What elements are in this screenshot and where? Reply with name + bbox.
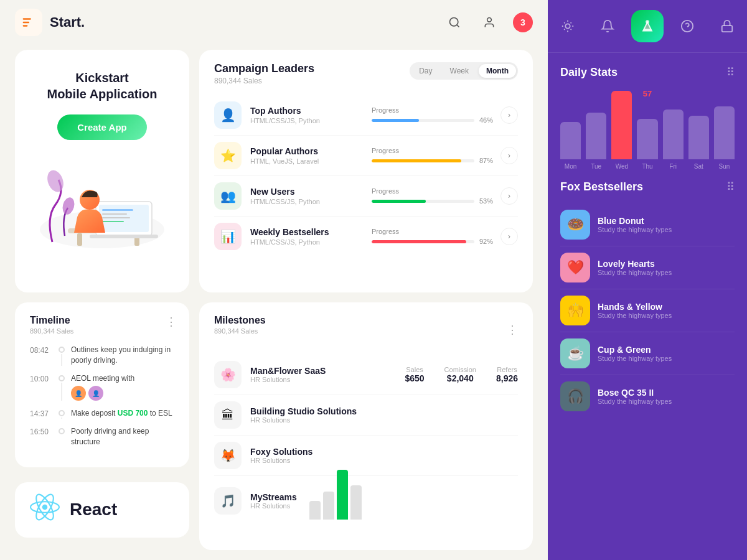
tab-week[interactable]: Week <box>443 64 476 78</box>
search-icon[interactable] <box>443 11 466 34</box>
svg-point-25 <box>646 20 649 24</box>
chart-bar <box>663 110 684 159</box>
leader-name: Top Authors <box>250 106 372 116</box>
nav-icon-0[interactable] <box>552 10 584 42</box>
leader-chevron[interactable]: › <box>500 106 518 124</box>
tab-month[interactable]: Month <box>479 64 516 78</box>
stat-commission: Comission $2,040 <box>444 366 476 383</box>
milestone-sub: HR Solutions <box>250 457 312 464</box>
milestones-more-icon[interactable]: ⋮ <box>507 323 518 337</box>
tab-day[interactable]: Day <box>411 64 439 78</box>
daily-stats-more[interactable]: ⠿ <box>726 65 735 79</box>
milestone-info: Foxy Solutions HR Solutions <box>250 447 312 464</box>
daily-stats-header: Daily Stats ⠿ <box>560 65 735 79</box>
svg-rect-15 <box>102 213 127 215</box>
timeline-item: 08:42 Outlines keep you indulging in poo… <box>30 345 174 366</box>
sidebar-nav <box>548 0 747 53</box>
chart-bar <box>688 116 709 159</box>
chart-col: Sun <box>714 106 735 170</box>
leader-chevron[interactable]: › <box>500 228 518 245</box>
stat-refers: Refers 8,926 <box>496 366 518 383</box>
timeline-content: Make deposit USD 700 to ESL <box>71 408 172 419</box>
milestones-card: Milestones 890,344 Sales ⋮ 🌸 Man&Flower … <box>199 302 533 550</box>
svg-rect-28 <box>722 26 733 32</box>
chart-bar <box>323 492 334 520</box>
timeline-card: Timeline 890,344 Sales ⋮ 08:42 Outlines … <box>15 302 189 467</box>
stat-value: 8,926 <box>496 373 518 383</box>
leader-progress: Progress 87% <box>372 147 493 164</box>
bestseller-thumb: ❤️ <box>560 253 590 282</box>
bestsellers-list: 🍩 Blue Donut Study the highway types ❤️ … <box>560 203 735 418</box>
bestseller-thumb: 🙌 <box>560 296 590 325</box>
campaign-title: Campaign Leaders <box>214 62 314 75</box>
campaign-card: Campaign Leaders 890,344 Sales DayWeekMo… <box>199 50 533 292</box>
daily-stats-title: Daily Stats <box>560 66 618 79</box>
chart-bar <box>714 106 735 159</box>
chart-bar <box>586 113 606 159</box>
nav-icon-1[interactable] <box>591 10 624 42</box>
milestone-icon: 🦊 <box>214 442 242 469</box>
bestseller-item: 🎧 Bose QC 35 II Study the highway types <box>560 375 735 418</box>
svg-rect-14 <box>102 209 133 211</box>
chart-col: Fri <box>663 110 684 170</box>
bestseller-thumb: 🍩 <box>560 210 590 240</box>
content-grid: Kickstart Mobile Application Create App <box>0 45 548 560</box>
leader-progress: Progress 46% <box>372 106 493 124</box>
milestone-name: MyStreams <box>250 492 297 502</box>
campaign-header: Campaign Leaders 890,344 Sales DayWeekMo… <box>214 62 518 85</box>
chart-col: Thu <box>637 119 657 170</box>
nav-icon-4[interactable] <box>711 10 743 42</box>
milestone-info: Man&Flower SaaS HR Solutions <box>250 366 326 383</box>
chart-day-label: Sat <box>694 163 703 170</box>
progress-bar-wrap: 46% <box>372 116 493 124</box>
daily-chart: 57 Mon Tue Wed Thu Fri Sat Sun <box>560 89 735 170</box>
nav-icon-3[interactable] <box>671 10 703 42</box>
chart-bar <box>309 501 321 520</box>
react-logo <box>30 492 60 528</box>
bestseller-item: 🙌 Hands & Yellow Study the highway types <box>560 289 735 332</box>
react-label: React <box>70 500 117 520</box>
kickstart-title: Kickstart Mobile Application <box>47 70 157 102</box>
bestseller-sub: Study the highway types <box>598 312 672 319</box>
chart-day-label: Thu <box>642 163 652 170</box>
milestone-sub: HR Solutions <box>250 502 297 510</box>
stat-label: Refers <box>496 366 518 373</box>
bestseller-sub: Study the highway types <box>598 269 672 276</box>
bestsellers-header: Fox Bestsellers ⠿ <box>560 180 735 194</box>
leader-tech: HTML/CSS/JS, Python <box>250 117 372 124</box>
nav-icon-2[interactable] <box>631 10 664 42</box>
timeline-title: Timeline <box>30 315 174 326</box>
bestseller-info: Cup & Green Study the highway types <box>598 345 672 362</box>
notification-badge[interactable]: 3 <box>513 12 533 32</box>
progress-bar-fill <box>372 200 426 203</box>
timeline-dot <box>59 428 65 434</box>
leader-progress: Progress 53% <box>372 187 493 205</box>
progress-bar-bg <box>372 159 474 162</box>
bestseller-item: 🍩 Blue Donut Study the highway types <box>560 203 735 246</box>
leader-chevron[interactable]: › <box>500 187 518 205</box>
timeline-dot-col <box>59 426 65 447</box>
leader-chevron[interactable]: › <box>500 147 518 164</box>
timeline-time: 14:37 <box>30 408 52 419</box>
timeline-item: 10:00 AEOL meeting with 👤 👤 <box>30 373 174 401</box>
leader-tech: HTML/CSS/JS, Python <box>250 198 372 205</box>
milestone-info: Building Studio Solutions HR Solutions <box>250 406 357 424</box>
svg-point-24 <box>565 24 570 28</box>
milestone-icon: 🎵 <box>214 487 242 515</box>
timeline-line <box>61 354 62 366</box>
progress-label: Progress <box>372 187 493 195</box>
bestseller-name: Cup & Green <box>598 345 672 355</box>
user-icon[interactable] <box>478 11 500 34</box>
create-app-button[interactable]: Create App <box>57 114 146 140</box>
milestone-icon: 🏛 <box>214 401 242 429</box>
sidebar-content: Daily Stats ⠿ 57 Mon Tue Wed Thu Fri Sat… <box>548 53 747 560</box>
progress-bar-wrap: 53% <box>372 197 493 205</box>
bestsellers-more[interactable]: ⠿ <box>726 180 735 194</box>
chart-day-label: Mon <box>565 163 576 170</box>
stat-label: Sales <box>405 366 424 373</box>
leader-row: 👥 New Users HTML/CSS/JS, Python Progress… <box>214 176 518 217</box>
chart-col: Mon <box>560 122 581 170</box>
chart-bar <box>350 485 362 520</box>
milestone-name: Foxy Solutions <box>250 447 312 457</box>
timeline-more-icon[interactable]: ⋮ <box>166 315 177 329</box>
